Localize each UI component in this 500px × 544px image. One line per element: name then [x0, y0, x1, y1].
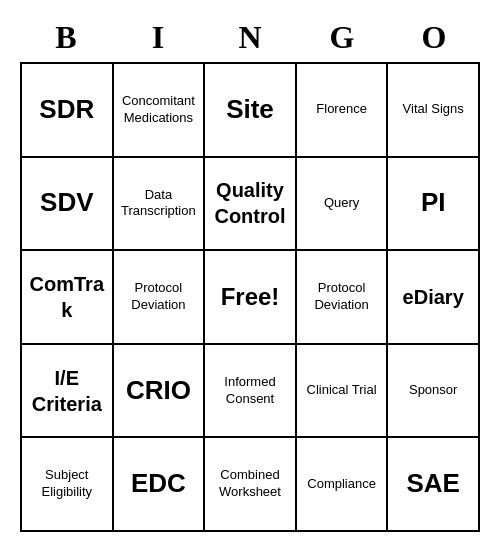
bingo-cell: PI	[388, 158, 480, 252]
bingo-cell: Protocol Deviation	[114, 251, 206, 345]
header-letter: B	[20, 12, 112, 62]
bingo-cell: Sponsor	[388, 345, 480, 439]
cell-content: Informed Consent	[209, 374, 291, 408]
cell-content: ComTrak	[26, 271, 108, 323]
bingo-cell: SDR	[22, 64, 114, 158]
bingo-cell: Combined Worksheet	[205, 438, 297, 532]
header-letter: G	[296, 12, 388, 62]
bingo-cell: Subject Eligibility	[22, 438, 114, 532]
bingo-cell: Florence	[297, 64, 389, 158]
bingo-cell: Query	[297, 158, 389, 252]
header-letter: O	[388, 12, 480, 62]
header-letter: I	[112, 12, 204, 62]
bingo-cell: Clinical Trial	[297, 345, 389, 439]
cell-content: Quality Control	[209, 177, 291, 229]
cell-content: Data Transcription	[118, 187, 200, 221]
bingo-cell: SAE	[388, 438, 480, 532]
bingo-cell: Vital Signs	[388, 64, 480, 158]
bingo-cell: eDiary	[388, 251, 480, 345]
cell-content: SDV	[40, 186, 93, 220]
cell-content: SDR	[39, 93, 94, 127]
bingo-cell: EDC	[114, 438, 206, 532]
bingo-card: BINGO SDRConcomitant MedicationsSiteFlor…	[20, 12, 480, 532]
bingo-cell: Concomitant Medications	[114, 64, 206, 158]
bingo-grid: SDRConcomitant MedicationsSiteFlorenceVi…	[20, 62, 480, 532]
bingo-cell: Free!	[205, 251, 297, 345]
bingo-cell: Compliance	[297, 438, 389, 532]
bingo-cell: Site	[205, 64, 297, 158]
cell-content: Sponsor	[409, 382, 457, 399]
bingo-cell: Protocol Deviation	[297, 251, 389, 345]
cell-content: SAE	[406, 467, 459, 501]
bingo-cell: ComTrak	[22, 251, 114, 345]
cell-content: Query	[324, 195, 359, 212]
cell-content: Site	[226, 93, 274, 127]
bingo-cell: Informed Consent	[205, 345, 297, 439]
cell-content: Protocol Deviation	[301, 280, 383, 314]
cell-content: Concomitant Medications	[118, 93, 200, 127]
header-letter: N	[204, 12, 296, 62]
cell-content: Combined Worksheet	[209, 467, 291, 501]
bingo-cell: I/E Criteria	[22, 345, 114, 439]
bingo-cell: Quality Control	[205, 158, 297, 252]
bingo-cell: CRIO	[114, 345, 206, 439]
cell-content: Florence	[316, 101, 367, 118]
cell-content: EDC	[131, 467, 186, 501]
cell-content: Free!	[221, 281, 280, 312]
cell-content: CRIO	[126, 374, 191, 408]
cell-content: Subject Eligibility	[26, 467, 108, 501]
cell-content: Compliance	[307, 476, 376, 493]
bingo-cell: Data Transcription	[114, 158, 206, 252]
cell-content: eDiary	[403, 284, 464, 310]
cell-content: Clinical Trial	[307, 382, 377, 399]
cell-content: PI	[421, 186, 446, 220]
bingo-header: BINGO	[20, 12, 480, 62]
cell-content: I/E Criteria	[26, 365, 108, 417]
cell-content: Vital Signs	[403, 101, 464, 118]
bingo-cell: SDV	[22, 158, 114, 252]
cell-content: Protocol Deviation	[118, 280, 200, 314]
